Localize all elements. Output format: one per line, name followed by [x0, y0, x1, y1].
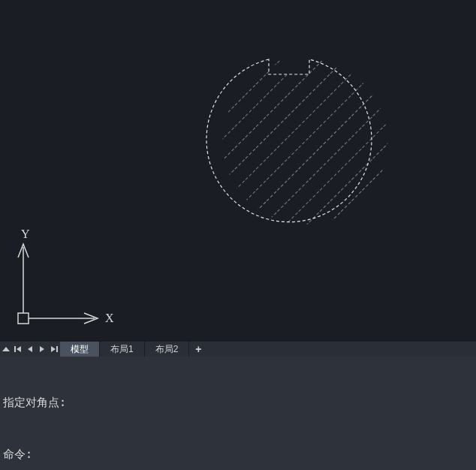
tab-label: 模型 — [71, 343, 89, 356]
tab-prev-icon[interactable] — [24, 342, 36, 357]
command-history-line: 指定对角点: — [3, 394, 473, 411]
layout-tab-bar: 模型 布局1 布局2 + — [0, 342, 476, 357]
add-icon: + — [195, 343, 201, 355]
svg-rect-2 — [18, 313, 29, 324]
svg-rect-1 — [210, 53, 405, 248]
tab-next-icon[interactable] — [36, 342, 48, 357]
tab-label: 布局1 — [110, 343, 134, 356]
tab-layout1[interactable]: 布局1 — [100, 342, 145, 357]
tab-add-button[interactable]: + — [189, 342, 207, 357]
svg-marker-7 — [17, 346, 21, 352]
ucs-icon: Y X — [9, 226, 114, 334]
svg-marker-9 — [40, 346, 44, 352]
svg-rect-11 — [56, 346, 58, 352]
tab-last-icon[interactable] — [48, 342, 60, 357]
svg-rect-6 — [14, 346, 16, 352]
hatch-fill — [210, 53, 405, 248]
tab-label: 布局2 — [155, 343, 179, 356]
command-history-line: 命令: — [3, 446, 473, 463]
tab-first-icon[interactable] — [12, 342, 24, 357]
svg-marker-10 — [51, 346, 56, 352]
command-window[interactable]: 指定对角点: 命令: 命令: 命令: 命令: _hatchedit 输入边界对象… — [0, 357, 476, 470]
ucs-y-label: Y — [21, 227, 30, 240]
ucs-x-label: X — [105, 312, 114, 324]
drawing-area[interactable]: Y X — [0, 0, 476, 342]
svg-marker-5 — [2, 347, 10, 351]
tab-layout2[interactable]: 布局2 — [145, 342, 190, 357]
tab-collapse-icon[interactable] — [0, 342, 12, 357]
svg-marker-8 — [28, 346, 32, 352]
tab-model[interactable]: 模型 — [60, 342, 100, 357]
